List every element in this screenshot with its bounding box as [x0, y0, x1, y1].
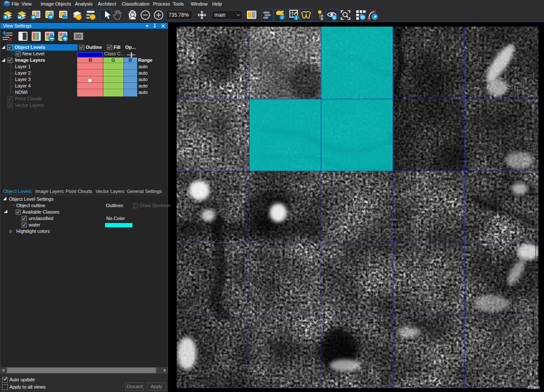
svg-text:735.78%: 735.78%	[168, 12, 189, 18]
svg-text:i: i	[282, 15, 283, 20]
svg-text:G: G	[111, 57, 115, 63]
svg-text:R: R	[89, 57, 92, 63]
svg-text:3D: 3D	[75, 33, 82, 39]
svg-text:i: i	[296, 15, 297, 20]
svg-text:main: main	[214, 12, 225, 18]
svg-text:B: B	[129, 57, 132, 63]
